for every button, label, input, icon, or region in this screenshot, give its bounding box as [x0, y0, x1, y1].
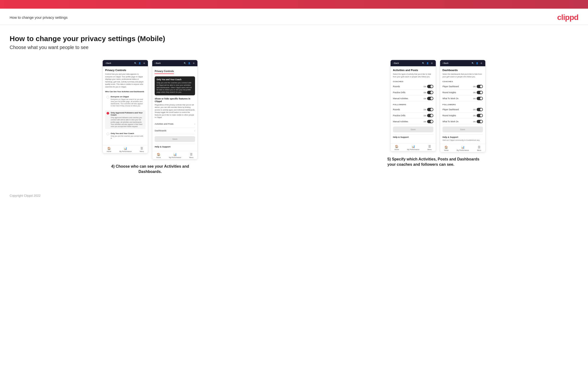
- settings-icon-4[interactable]: ⚙: [480, 62, 483, 65]
- bottom-item-home-2[interactable]: 🏠 Home: [156, 153, 161, 158]
- screenshots-row: ‹ Back 🔍 👤 ⚙ Privacy Controls Control ho…: [10, 60, 578, 175]
- people-icon-2[interactable]: 👤: [188, 62, 191, 65]
- settings-icon-2[interactable]: ⚙: [192, 62, 195, 65]
- toggle-workon-coaches-4[interactable]: What To Work On ON: [442, 96, 483, 102]
- radio-desc-2: Only approved followers and coaches you …: [111, 117, 144, 127]
- menu-row-dashboards-2[interactable]: Dashboards ›: [155, 127, 195, 134]
- phone-bottom-bar-4: 🏠 Home 📊 My Performance ☰ Menu: [440, 144, 485, 152]
- activities-label-2: Activities and Posts: [155, 123, 173, 125]
- toggle-insights-followers-4[interactable]: Round Insights ON: [442, 113, 483, 119]
- bottom-item-menu-3[interactable]: ☰ Menu: [427, 145, 432, 150]
- toggle-manual-coaches-3[interactable]: Manual Activities ON: [393, 96, 433, 102]
- bottom-item-perf-4[interactable]: 📊 My Performance: [457, 146, 469, 151]
- main-title: How to change your privacy settings (Mob…: [10, 34, 578, 43]
- chevron-left-icon-3: ‹: [393, 62, 394, 64]
- bottom-item-menu-4[interactable]: ☰ Menu: [477, 146, 481, 151]
- caption-number-2: 5) Specify which Activities, Posts and D…: [388, 157, 480, 167]
- toggle-workon-followers-switch-4[interactable]: [477, 120, 483, 123]
- save-btn-4[interactable]: Save: [442, 126, 483, 132]
- menu-icon-1: ☰: [140, 147, 144, 150]
- toggle-drills-followers-3[interactable]: Practice Drills ON: [393, 113, 433, 119]
- back-btn-4[interactable]: ‹ Back: [442, 62, 449, 64]
- toggle-manual-followers-switch-3[interactable]: [427, 120, 433, 123]
- menu-label-1: Menu: [140, 150, 144, 152]
- toggle-rounds-followers-switch-3[interactable]: [427, 108, 433, 111]
- home-label-3: Home: [394, 149, 399, 150]
- search-icon-3[interactable]: 🔍: [422, 62, 425, 65]
- bottom-item-menu-1[interactable]: ☰ Menu: [140, 147, 144, 152]
- people-icon-3[interactable]: 👤: [426, 62, 429, 65]
- toggle-insights-followers-switch-4[interactable]: [477, 114, 483, 117]
- drills-followers-label-3: Practice Drills: [393, 114, 406, 117]
- caption-number-1: 4) Choose who can see your Activities an…: [111, 164, 189, 174]
- tooltip-box-2: Only You and Your Coach Only you and the…: [155, 76, 195, 95]
- toggle-rounds-coaches-3[interactable]: Rounds ON: [393, 83, 433, 90]
- bottom-item-menu-2[interactable]: ☰ Menu: [189, 153, 194, 158]
- workon-followers-label-4: What To Work On: [442, 120, 459, 123]
- bottom-item-perf-3[interactable]: 📊 My Performance: [407, 145, 419, 150]
- toggle-player-coaches-switch-4[interactable]: [477, 85, 483, 88]
- toggle-player-followers-4[interactable]: Player Dashboard ON: [442, 107, 483, 113]
- save-btn-2[interactable]: Save: [155, 136, 195, 142]
- phone-bottom-bar-1: 🏠 Home 📊 My Performance ☰ Menu: [103, 145, 148, 153]
- home-label-4: Home: [444, 149, 449, 151]
- menu-row-activities-2[interactable]: Activities and Posts ›: [155, 121, 195, 127]
- toggle-insights-coaches-4[interactable]: Round Insights ON: [442, 90, 483, 96]
- bottom-item-perf-1[interactable]: 📊 My Performance: [119, 147, 131, 152]
- menu-icon-2: ☰: [190, 153, 193, 156]
- radio-option-1[interactable]: Everyone on Clippd Everyone on Clippd ca…: [105, 94, 146, 108]
- save-btn-3[interactable]: Save: [393, 126, 433, 132]
- settings-icon-1[interactable]: ⚙: [143, 62, 146, 65]
- drills-coaches-label-3: Practice Drills: [393, 91, 406, 94]
- tooltip-title-2: Only You and Your Coach: [156, 78, 193, 81]
- search-icon-1[interactable]: 🔍: [134, 62, 137, 65]
- search-icon-2[interactable]: 🔍: [183, 62, 186, 65]
- bottom-item-perf-2[interactable]: 📊 My Performance: [169, 153, 181, 158]
- toggle-rounds-coaches-switch-3[interactable]: [427, 85, 433, 88]
- show-hide-title-2: Show or hide specific features in Clippd: [155, 97, 195, 103]
- phone-body-1: Privacy Controls Control how you and you…: [103, 66, 148, 145]
- tooltip-desc-2: Only you and the coaches you connect wit…: [156, 82, 193, 93]
- phone-body-3: Activities and Posts Select the types of…: [390, 66, 436, 143]
- phone-nav-bar-3: ‹ Back 🔍 👤 ⚙: [390, 60, 436, 66]
- toggle-workon-followers-4[interactable]: What To Work On ON: [442, 119, 483, 125]
- home-icon-2: 🏠: [157, 153, 160, 156]
- home-label-2: Home: [156, 157, 161, 158]
- phone-bottom-bar-3: 🏠 Home 📊 My Performance ☰ Menu: [390, 143, 436, 151]
- bottom-item-home-4[interactable]: 🏠 Home: [444, 146, 449, 151]
- bottom-item-home-1[interactable]: 🏠 Home: [107, 147, 111, 152]
- toggle-drills-followers-switch-3[interactable]: [427, 114, 433, 117]
- toggle-rounds-followers-3[interactable]: Rounds ON: [393, 107, 433, 113]
- phone-nav-bar-1: ‹ Back 🔍 👤 ⚙: [103, 60, 148, 66]
- help-title-3: Help & Support: [393, 136, 433, 138]
- toggle-manual-followers-3[interactable]: Manual Activities ON: [393, 119, 433, 125]
- player-followers-label-4: Player Dashboard: [442, 108, 459, 111]
- radio-option-2[interactable]: Only Approved Followers and Your Coach O…: [105, 110, 146, 129]
- radio-option-3[interactable]: Only You and Your Coach Only you and the…: [105, 131, 146, 141]
- screenshot-pair-1: ‹ Back 🔍 👤 ⚙ Privacy Controls Control ho…: [103, 60, 198, 159]
- people-icon-4[interactable]: 👤: [476, 62, 479, 65]
- back-btn-2[interactable]: ‹ Back: [155, 62, 161, 64]
- toggle-workon-coaches-switch-4[interactable]: [477, 97, 483, 100]
- radio-circle-2: [106, 112, 109, 115]
- toggle-insights-coaches-switch-4[interactable]: [477, 91, 483, 94]
- toggle-player-coaches-4[interactable]: Player Dashboard ON: [442, 83, 483, 90]
- toggle-drills-coaches-switch-3[interactable]: [427, 91, 433, 94]
- toggle-manual-coaches-switch-3[interactable]: [427, 97, 433, 100]
- phone-nav-bar-2: ‹ Back 🔍 👤 ⚙: [152, 60, 198, 66]
- search-icon-4[interactable]: 🔍: [471, 62, 474, 65]
- menu-icon-3: ☰: [428, 145, 431, 148]
- home-icon-1: 🏠: [107, 147, 111, 150]
- copyright: Copyright Clippd 2022: [10, 194, 41, 197]
- privacy-tab-2[interactable]: Privacy Controls: [155, 70, 174, 74]
- people-icon-1[interactable]: 👤: [138, 62, 141, 65]
- bottom-item-home-3[interactable]: 🏠 Home: [394, 145, 399, 150]
- phone-body-2: Privacy Controls Only You and Your Coach…: [152, 66, 198, 151]
- perf-icon-1: 📊: [124, 147, 127, 150]
- toggle-player-followers-switch-4[interactable]: [477, 108, 483, 111]
- toggle-drills-coaches-3[interactable]: Practice Drills ON: [393, 90, 433, 96]
- workon-coaches-label-4: What To Work On: [442, 97, 459, 100]
- back-btn-3[interactable]: ‹ Back: [393, 62, 399, 64]
- back-btn-1[interactable]: ‹ Back: [105, 62, 111, 64]
- settings-icon-3[interactable]: ⚙: [431, 62, 433, 65]
